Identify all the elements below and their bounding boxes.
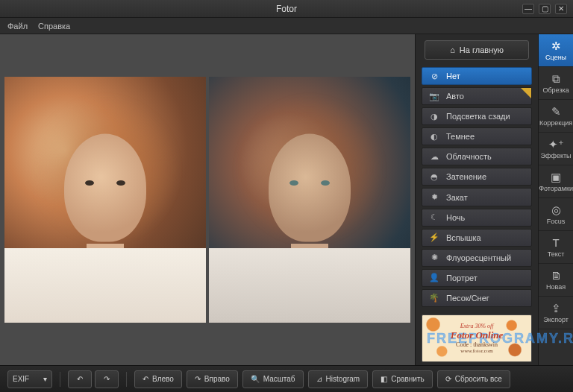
new-flag-icon	[521, 88, 531, 98]
redo-icon: ↷	[104, 375, 110, 383]
tool-label: Экспорт	[543, 316, 569, 323]
scene-item-4[interactable]: ☁Облачность	[422, 148, 532, 165]
tool-обрезка[interactable]: ⧉Обрезка	[539, 67, 573, 100]
tool-icon: ⇪	[551, 303, 561, 314]
scene-label: Закат	[446, 193, 468, 202]
menu-file[interactable]: Файл	[7, 22, 28, 31]
tool-icon: ▣	[551, 171, 561, 183]
histogram-button[interactable]: ⊿Histogram	[308, 370, 369, 388]
tool-label: Текст	[548, 250, 565, 258]
histogram-icon: ⊿	[316, 375, 322, 383]
redo-button[interactable]: ↷	[95, 370, 119, 388]
compare-label: Сравнить	[391, 375, 425, 383]
app-title: Fotor	[0, 4, 573, 14]
ad-code: Code : thankswin	[451, 341, 503, 348]
zoom-icon: 🔍	[251, 375, 260, 383]
scene-item-8[interactable]: ⚡Вспышка	[422, 229, 532, 247]
scene-icon: ⊘	[428, 72, 440, 81]
tool-label: Обрезка	[542, 86, 569, 94]
rotate-right-button[interactable]: ↷Вправо	[187, 370, 238, 388]
tool-label: Сцены	[545, 54, 566, 61]
scene-label: Затенение	[446, 172, 486, 181]
scene-label: Флуоресцентный	[446, 253, 511, 262]
tool-icon: ✲	[551, 40, 561, 51]
scene-icon: ◑	[428, 112, 440, 121]
tool-icon: ✦⁺	[548, 139, 564, 150]
scene-label: Портрет	[446, 274, 478, 282]
tool-сцены[interactable]: ✲Сцены	[539, 34, 573, 67]
canvas-area	[0, 34, 415, 365]
scene-item-7[interactable]: ☾Ночь	[422, 209, 532, 227]
scene-item-1[interactable]: 📷Авто	[422, 87, 532, 105]
reset-icon: ⟳	[445, 375, 451, 383]
scene-item-9[interactable]: ✺Флуоресцентный	[422, 249, 532, 267]
reset-label: Сбросить все	[455, 375, 502, 383]
zoom-button[interactable]: 🔍Масштаб	[242, 370, 304, 388]
tool-icon: ◎	[551, 204, 561, 215]
scene-icon: ◐	[428, 132, 440, 142]
tool-label: Эффекты	[541, 152, 572, 159]
scene-icon: ✺	[428, 253, 440, 262]
scene-icon: ☾	[428, 212, 440, 222]
ad-banner[interactable]: FREEPROGRAMY.RU Extra 30% off Fotor Onli…	[422, 314, 532, 362]
compare-icon: ◧	[381, 375, 387, 383]
tool-новая[interactable]: 🗎Новая	[539, 264, 573, 297]
scene-list[interactable]: ⊘Нет📷Авто◑Подсветка сзади◐Темнее☁Облачно…	[416, 67, 538, 310]
undo-icon: ↶	[77, 375, 83, 383]
scene-label: Ночь	[446, 213, 465, 222]
tool-label: Новая	[546, 283, 566, 291]
tool-эффекты[interactable]: ✦⁺Эффекты	[539, 133, 573, 165]
menu-help[interactable]: Справка	[38, 22, 70, 31]
scene-label: Авто	[446, 92, 464, 101]
tool-icon: 🗎	[551, 270, 562, 281]
bottom-bar: EXIF ▾ ↶ ↷ ↶Влево ↷Вправо 🔍Масштаб ⊿Hist…	[0, 365, 573, 392]
scene-icon: ◓	[428, 172, 440, 182]
tool-текст[interactable]: TТекст	[539, 231, 573, 264]
scene-label: Вспышка	[446, 233, 481, 242]
rotate-right-label: Вправо	[204, 375, 230, 383]
scene-label: Подсветка сзади	[446, 112, 510, 121]
titlebar: Fotor — ▢ ✕	[0, 0, 573, 18]
scene-icon: 👤	[428, 273, 440, 282]
undo-button[interactable]: ↶	[68, 370, 92, 388]
scene-item-3[interactable]: ◐Темнее	[422, 127, 532, 145]
tool-коррекция[interactable]: ✎Коррекция	[539, 100, 573, 133]
rotate-right-icon: ↷	[195, 375, 201, 383]
tool-label: Фоторамки	[539, 185, 573, 192]
tool-focus[interactable]: ◎Focus	[539, 198, 573, 231]
exif-label: EXIF	[13, 375, 29, 383]
exif-button[interactable]: EXIF ▾	[7, 370, 52, 388]
tool-icon: ✎	[551, 106, 561, 117]
ad-extra: Extra 30% off	[451, 323, 503, 329]
chevron-down-icon: ▾	[43, 375, 47, 383]
compare-button[interactable]: ◧Сравнить	[372, 370, 433, 388]
scene-item-11[interactable]: 🌴Песок/Снег	[422, 289, 532, 307]
tool-фоторамки[interactable]: ▣Фоторамки	[539, 165, 573, 198]
tool-label: Focus	[547, 218, 566, 225]
rotate-left-icon: ↶	[143, 375, 148, 383]
home-label: На главную	[460, 45, 504, 54]
scene-item-5[interactable]: ◓Затенение	[422, 168, 532, 186]
menubar: Файл Справка	[0, 18, 573, 34]
separator	[126, 372, 127, 387]
tool-экспорт[interactable]: ⇪Экспорт	[539, 297, 573, 329]
histogram-label: Histogram	[326, 375, 360, 383]
zoom-label: Масштаб	[263, 375, 295, 383]
home-button[interactable]: ⌂ На главную	[425, 40, 529, 60]
scene-icon: 📷	[428, 92, 440, 101]
separator	[60, 372, 60, 387]
scene-icon: ⚡	[428, 233, 440, 242]
scene-item-2[interactable]: ◑Подсветка сзади	[422, 107, 532, 125]
scene-item-0[interactable]: ⊘Нет	[422, 67, 532, 85]
rotate-left-button[interactable]: ↶Влево	[134, 370, 182, 388]
scene-label: Песок/Снег	[446, 294, 489, 303]
photo-edited[interactable]	[209, 77, 410, 323]
ad-url: www.fotor.com	[451, 348, 503, 354]
tool-icon: ⧉	[552, 73, 560, 84]
scene-item-6[interactable]: ✹Закат	[422, 188, 532, 206]
reset-button[interactable]: ⟳Сбросить все	[437, 370, 510, 388]
tool-icon: T	[552, 237, 559, 248]
photo-original[interactable]	[4, 77, 206, 323]
home-icon: ⌂	[450, 45, 455, 54]
scene-item-10[interactable]: 👤Портрет	[422, 269, 532, 287]
